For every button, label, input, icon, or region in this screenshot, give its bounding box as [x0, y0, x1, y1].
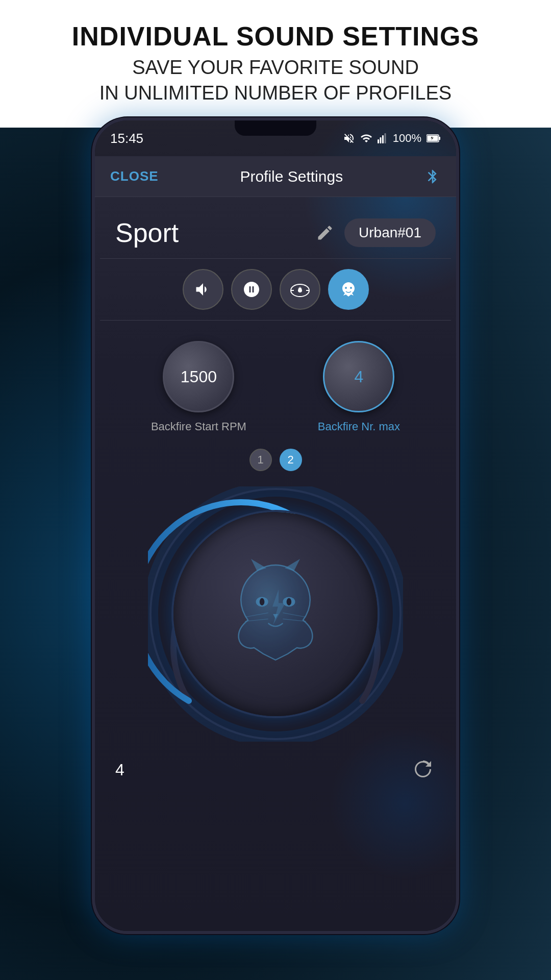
wifi-icon — [360, 132, 372, 144]
tab-mode[interactable] — [280, 269, 320, 310]
edit-icon[interactable] — [316, 224, 334, 242]
status-time: 15:45 — [110, 131, 143, 146]
phone-screen: 15:45 100% — [95, 120, 456, 931]
svg-rect-2 — [382, 135, 384, 143]
mute-icon — [343, 132, 355, 144]
tab-icons-row — [100, 258, 451, 321]
battery-percent: 100% — [393, 132, 421, 145]
header-subtitle: SAVE YOUR FAVORITE SOUND IN UNLIMITED NU… — [99, 55, 452, 106]
app-title: Profile Settings — [240, 168, 343, 185]
svg-rect-0 — [378, 139, 379, 143]
backfire-rpm-label: Backfire Start RPM — [151, 420, 246, 433]
close-button[interactable]: CLOSE — [110, 168, 159, 184]
tab-volume[interactable] — [183, 269, 223, 310]
svg-point-11 — [345, 287, 347, 289]
svg-point-12 — [350, 287, 352, 289]
app-header: CLOSE Profile Settings — [95, 156, 456, 197]
bottom-controls: 4 — [95, 752, 456, 793]
tab-rpm[interactable] — [231, 269, 272, 310]
battery-icon — [427, 134, 441, 142]
profile-section: Sport Urban#01 — [95, 197, 456, 258]
svg-rect-1 — [380, 137, 381, 143]
svg-rect-6 — [439, 137, 440, 140]
header-section: INDIVIDUAL SOUND SETTINGS SAVE YOUR FAVO… — [0, 0, 551, 128]
svg-point-19 — [287, 598, 292, 605]
main-knob-wrapper[interactable] — [148, 486, 403, 742]
page-dot-2[interactable]: 2 — [280, 449, 302, 471]
page-dot-1[interactable]: 1 — [249, 449, 272, 471]
svg-point-18 — [260, 598, 265, 605]
tab-panther[interactable] — [328, 269, 369, 310]
pagination: 1 2 — [95, 444, 456, 476]
backfire-max-container: 4 Backfire Nr. max — [318, 341, 400, 433]
controls-section: 1500 Backfire Start RPM 4 Backfire Nr. m… — [95, 321, 456, 444]
reset-button[interactable] — [410, 757, 436, 782]
backfire-max-knob[interactable]: 4 — [323, 341, 394, 412]
svg-rect-3 — [384, 133, 386, 143]
profile-mode: Sport — [115, 217, 306, 248]
signal-icon — [378, 132, 388, 144]
bluetooth-icon[interactable] — [424, 168, 441, 185]
profile-name-badge[interactable]: Urban#01 — [344, 218, 436, 247]
main-knob-inner[interactable] — [173, 512, 378, 716]
panther-logo — [214, 553, 337, 675]
status-icons: 100% — [343, 132, 441, 145]
phone-frame: 15:45 100% — [92, 117, 459, 934]
notch — [235, 120, 316, 136]
main-knob-area — [95, 476, 456, 752]
backfire-rpm-container: 1500 Backfire Start RPM — [151, 341, 246, 433]
backfire-max-label: Backfire Nr. max — [318, 420, 400, 433]
backfire-rpm-knob[interactable]: 1500 — [163, 341, 234, 412]
header-title: INDIVIDUAL SOUND SETTINGS — [72, 22, 479, 51]
bottom-value: 4 — [115, 761, 124, 779]
